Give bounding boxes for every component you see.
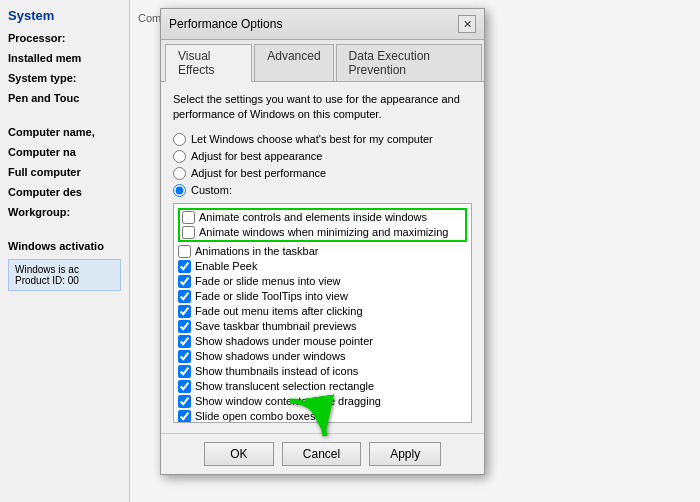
- checkbox-input-9[interactable]: [178, 350, 191, 363]
- checkbox-input-11[interactable]: [178, 380, 191, 393]
- checkbox-item-6[interactable]: Fade out menu items after clicking: [176, 304, 469, 319]
- checkbox-input-4[interactable]: [178, 275, 191, 288]
- radio-best-appearance[interactable]: Adjust for best appearance: [173, 150, 472, 163]
- sidebar-title: System: [8, 8, 121, 23]
- dialog-description: Select the settings you want to use for …: [173, 92, 472, 123]
- sidebar-fullcomp: Full computer: [8, 165, 121, 179]
- checkbox-input-3[interactable]: [178, 260, 191, 273]
- checkbox-item-5[interactable]: Fade or slide ToolTips into view: [176, 289, 469, 304]
- checkbox-input-1[interactable]: [182, 226, 195, 239]
- radio-custom-input[interactable]: [173, 184, 186, 197]
- radio-best-appearance-input[interactable]: [173, 150, 186, 163]
- radio-let-windows[interactable]: Let Windows choose what's best for my co…: [173, 133, 472, 146]
- checkbox-item-9[interactable]: Show shadows under windows: [176, 349, 469, 364]
- checkbox-item-1[interactable]: Animate windows when minimizing and maxi…: [180, 225, 465, 240]
- checkbox-item-7[interactable]: Save taskbar thumbnail previews: [176, 319, 469, 334]
- checkbox-input-10[interactable]: [178, 365, 191, 378]
- checkbox-input-0[interactable]: [182, 211, 195, 224]
- sidebar-systype: System type:: [8, 71, 121, 85]
- sidebar-compname-heading: Computer name,: [8, 125, 121, 139]
- sidebar-activation: Windows activatio: [8, 239, 121, 253]
- apply-button[interactable]: Apply: [369, 442, 441, 466]
- checkbox-item-0[interactable]: Animate controls and elements inside win…: [180, 210, 465, 225]
- tab-advanced[interactable]: Advanced: [254, 44, 333, 81]
- sidebar-activation-section: Windows is ac Product ID: 00: [8, 259, 121, 291]
- radio-custom[interactable]: Custom:: [173, 184, 472, 197]
- tab-dep[interactable]: Data Execution Prevention: [336, 44, 482, 81]
- ok-button[interactable]: OK: [204, 442, 274, 466]
- sidebar-compdes: Computer des: [8, 185, 121, 199]
- highlight-box: Animate controls and elements inside win…: [178, 208, 467, 242]
- checkbox-input-5[interactable]: [178, 290, 191, 303]
- checkbox-list[interactable]: Animate controls and elements inside win…: [173, 203, 472, 423]
- dialog-title: Performance Options: [169, 17, 282, 31]
- checkbox-input-13[interactable]: [178, 410, 191, 423]
- checkbox-input-2[interactable]: [178, 245, 191, 258]
- checkbox-item-2[interactable]: Animations in the taskbar: [176, 244, 469, 259]
- bg-sidebar: System Processor: Installed mem System t…: [0, 0, 130, 502]
- checkbox-item-10[interactable]: Show thumbnails instead of icons: [176, 364, 469, 379]
- dialog-body: Select the settings you want to use for …: [161, 82, 484, 433]
- close-button[interactable]: ✕: [458, 15, 476, 33]
- radio-group: Let Windows choose what's best for my co…: [173, 133, 472, 197]
- checkbox-item-3[interactable]: Enable Peek: [176, 259, 469, 274]
- radio-best-performance-input[interactable]: [173, 167, 186, 180]
- sidebar-workgroup: Workgroup:: [8, 205, 121, 219]
- tab-bar: Visual Effects Advanced Data Execution P…: [161, 40, 484, 82]
- radio-best-performance[interactable]: Adjust for best performance: [173, 167, 472, 180]
- checkbox-input-6[interactable]: [178, 305, 191, 318]
- radio-let-windows-input[interactable]: [173, 133, 186, 146]
- checkbox-input-8[interactable]: [178, 335, 191, 348]
- dialog-titlebar: Performance Options ✕: [161, 9, 484, 40]
- checkbox-input-7[interactable]: [178, 320, 191, 333]
- sidebar-memory: Installed mem: [8, 51, 121, 65]
- arrow-indicator: [280, 391, 340, 454]
- sidebar-pen: Pen and Touc: [8, 91, 121, 105]
- checkbox-item-8[interactable]: Show shadows under mouse pointer: [176, 334, 469, 349]
- sidebar-compna: Computer na: [8, 145, 121, 159]
- sidebar-processor: Processor:: [8, 31, 121, 45]
- tab-visual-effects[interactable]: Visual Effects: [165, 44, 252, 82]
- checkbox-item-4[interactable]: Fade or slide menus into view: [176, 274, 469, 289]
- checkbox-input-12[interactable]: [178, 395, 191, 408]
